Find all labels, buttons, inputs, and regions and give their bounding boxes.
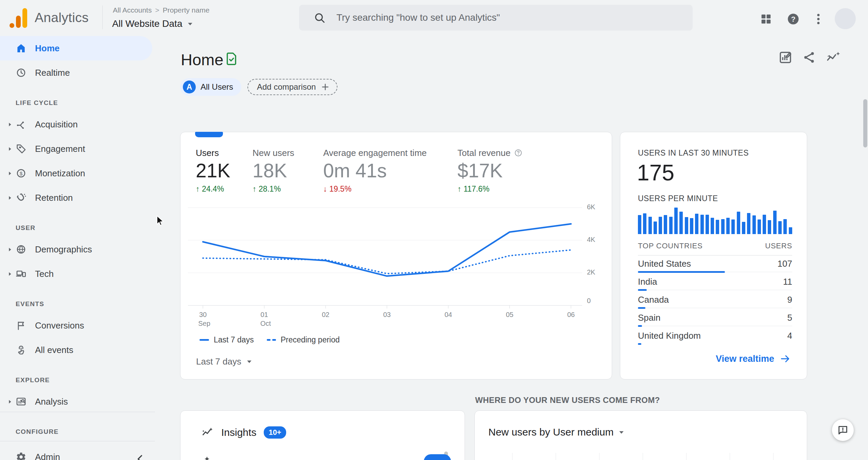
metric-new-users[interactable]: New users18K↑ 28.1% bbox=[253, 148, 323, 193]
breadcrumb-accounts[interactable]: All Accounts bbox=[113, 6, 152, 14]
svg-text:04: 04 bbox=[445, 311, 452, 318]
comparison-chips-row: A All Users Add comparison bbox=[180, 78, 337, 96]
minute-bar bbox=[638, 215, 641, 234]
sidebar-nav: HomeRealtimeLIFE CYCLEAcquisitionEngagem… bbox=[0, 36, 155, 460]
apps-grid-button[interactable] bbox=[759, 12, 773, 26]
sidebar-item-tech[interactable]: Tech bbox=[0, 262, 152, 286]
app-header: Analytics All Accounts>Property name All… bbox=[0, 0, 868, 37]
sidebar-section-events: EVENTS bbox=[16, 300, 155, 308]
minute-bar bbox=[721, 219, 725, 234]
conversions-icon bbox=[16, 320, 27, 331]
sidebar-item-home[interactable]: Home bbox=[0, 36, 152, 60]
sidebar-item-demographics[interactable]: Demographics bbox=[0, 237, 152, 262]
feedback-button[interactable] bbox=[832, 419, 854, 441]
country-name: United Kingdom bbox=[638, 331, 701, 341]
help-button[interactable]: ? bbox=[786, 12, 800, 26]
sidebar-item-label: Acquisition bbox=[35, 119, 78, 130]
minute-bar bbox=[783, 219, 787, 234]
minute-bar bbox=[659, 217, 662, 234]
metric-tab-indicator[interactable] bbox=[195, 132, 223, 137]
sidebar-section-life-cycle: LIFE CYCLE bbox=[16, 99, 155, 107]
expand-arrow-icon[interactable] bbox=[4, 247, 16, 252]
insights-sparkline-button[interactable] bbox=[826, 50, 840, 65]
expand-arrow-icon[interactable] bbox=[4, 195, 16, 200]
expand-arrow-icon[interactable] bbox=[4, 271, 16, 277]
metric-total-revenue[interactable]: Total revenue$17K↑ 117.6% bbox=[457, 148, 523, 193]
series-last-7-days bbox=[203, 224, 571, 276]
insights-sparkline-icon bbox=[202, 426, 214, 439]
top-countries-header: TOP COUNTRIES USERS bbox=[638, 242, 792, 255]
date-range-selector[interactable]: Last 7 days bbox=[196, 356, 253, 367]
new-users-selector-label: New users by User medium bbox=[488, 426, 613, 438]
country-users: 5 bbox=[787, 313, 792, 323]
country-row: Spain5 bbox=[638, 309, 792, 328]
row-divider bbox=[638, 290, 792, 290]
app-name: Analytics bbox=[35, 10, 89, 25]
breadcrumb-property[interactable]: Property name bbox=[163, 6, 210, 14]
sidebar-item-retention[interactable]: Retention bbox=[0, 185, 152, 210]
chevron-down-icon bbox=[618, 429, 625, 436]
users-line-chart: 6K4K2K030Sep01Oct0203040506 bbox=[184, 197, 609, 333]
metric-users[interactable]: Users21K↑ 24.4% bbox=[196, 148, 253, 193]
expand-arrow-icon[interactable] bbox=[4, 122, 16, 127]
top-countries-table: TOP COUNTRIES USERS United States107Indi… bbox=[638, 242, 792, 346]
share-button[interactable] bbox=[802, 50, 816, 65]
minute-bar bbox=[700, 215, 704, 234]
new-users-dimension-selector[interactable]: New users by User medium bbox=[488, 426, 625, 438]
insights-count-badge: 10+ bbox=[264, 426, 286, 439]
sidebar-item-admin[interactable]: Admin bbox=[0, 445, 152, 460]
search-icon bbox=[313, 12, 326, 24]
series-preceding-period bbox=[203, 250, 571, 274]
new-users-heading: WHERE DO YOUR NEW USERS COME FROM? bbox=[475, 395, 660, 405]
users-per-minute-label: USERS PER MINUTE bbox=[638, 194, 718, 203]
monetization-icon: $ bbox=[16, 168, 27, 179]
sidebar-item-label: All events bbox=[35, 345, 73, 355]
header-divider bbox=[102, 5, 103, 29]
sidebar-item-label: Home bbox=[35, 43, 59, 54]
question-circle-icon[interactable] bbox=[514, 148, 523, 157]
add-comparison-button[interactable]: Add comparison bbox=[247, 79, 337, 95]
property-selector[interactable]: All Website Data bbox=[112, 18, 193, 29]
more-vertical-button[interactable] bbox=[812, 12, 825, 26]
minute-bar bbox=[731, 219, 735, 234]
sidebar-collapse-button[interactable] bbox=[135, 453, 146, 460]
all-users-chip[interactable]: A All Users bbox=[180, 78, 241, 96]
all-users-badge: A bbox=[183, 81, 196, 93]
sidebar-bottom-divider bbox=[0, 412, 155, 412]
metric-average-engagement-time[interactable]: Average engagement time0m 41s↓ 19.5% bbox=[323, 148, 457, 193]
sidebar-item-analysis[interactable]: Analysis bbox=[0, 389, 152, 414]
sidebar-item-monetization[interactable]: $Monetization bbox=[0, 161, 152, 185]
dashed-line-swatch bbox=[267, 339, 276, 341]
customize-report-button[interactable] bbox=[778, 50, 793, 65]
minute-bar bbox=[648, 217, 652, 234]
svg-text:4K: 4K bbox=[587, 236, 595, 243]
avatar[interactable] bbox=[835, 8, 856, 29]
engagement-icon bbox=[16, 143, 27, 154]
expand-arrow-icon[interactable] bbox=[4, 171, 16, 176]
sidebar-section-user: USER bbox=[16, 224, 155, 232]
minute-bar bbox=[747, 213, 750, 234]
expand-arrow-icon[interactable] bbox=[4, 146, 16, 152]
arrow-right-icon bbox=[780, 353, 791, 364]
sidebar-item-acquisition[interactable]: Acquisition bbox=[0, 112, 152, 137]
sidebar-item-conversions[interactable]: Conversions bbox=[0, 313, 152, 338]
sidebar-item-all-events[interactable]: All events bbox=[0, 338, 152, 362]
minute-bar bbox=[778, 221, 782, 234]
minute-bar bbox=[664, 215, 667, 234]
expand-arrow-icon[interactable] bbox=[4, 399, 16, 404]
sidebar-item-engagement[interactable]: Engagement bbox=[0, 137, 152, 161]
analysis-icon bbox=[16, 396, 27, 407]
sidebar-item-realtime[interactable]: Realtime bbox=[0, 60, 152, 85]
page-scrollbar[interactable] bbox=[863, 99, 867, 147]
svg-text:6K: 6K bbox=[587, 203, 595, 211]
minute-bar bbox=[706, 215, 709, 234]
acquisition-icon bbox=[16, 119, 27, 130]
metric-value: 0m 41s bbox=[323, 160, 457, 181]
minute-bar bbox=[669, 217, 673, 234]
svg-text:?: ? bbox=[791, 15, 795, 23]
country-name: India bbox=[638, 277, 657, 287]
country-name: Spain bbox=[638, 313, 661, 323]
view-realtime-link[interactable]: View realtime bbox=[714, 353, 793, 365]
search-input[interactable]: Try searching "how to set up Analytics" bbox=[299, 5, 693, 31]
country-row: Canada9 bbox=[638, 291, 792, 309]
